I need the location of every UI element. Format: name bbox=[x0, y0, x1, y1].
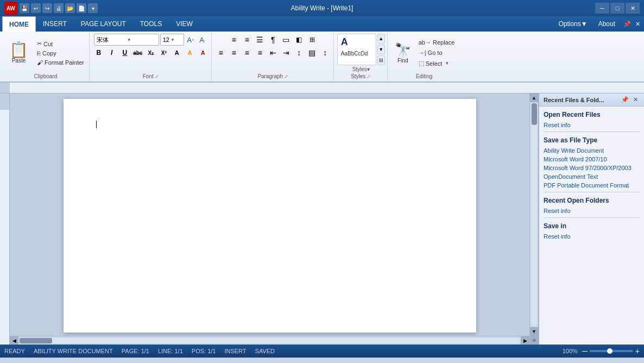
panel-close[interactable]: ✕ bbox=[634, 21, 642, 28]
status-page-info: PAGE: 1/1 bbox=[122, 348, 149, 354]
paste-button[interactable]: 📋 Paste bbox=[4, 40, 33, 66]
qa-customize[interactable]: ▾ bbox=[88, 3, 98, 13]
qa-new[interactable]: 📄 bbox=[77, 3, 86, 13]
vertical-scrollbar[interactable]: ▲ ▼ ⊹ bbox=[529, 93, 538, 345]
cut-icon: ✂ bbox=[37, 40, 42, 47]
document-scroll[interactable] bbox=[10, 93, 529, 336]
align-center-button[interactable]: ≡ bbox=[228, 47, 240, 59]
options-button[interactable]: Options▼ bbox=[554, 20, 591, 28]
recent-folders-reset[interactable]: Reset info bbox=[544, 208, 640, 214]
ruler-container: // Will be rendered via inline approach bbox=[0, 83, 644, 93]
minimize-button[interactable]: ─ bbox=[595, 3, 609, 14]
h-scroll-thumb[interactable] bbox=[20, 338, 52, 343]
status-bar: READY ABILITY WRITE DOCUMENT PAGE: 1/1 L… bbox=[0, 345, 644, 358]
v-scroll-thumb[interactable] bbox=[532, 103, 537, 125]
qa-save[interactable]: 💾 bbox=[20, 3, 29, 13]
status-ready: READY bbox=[4, 348, 25, 354]
panel-pin-button[interactable]: 📌 bbox=[620, 96, 630, 104]
panel-close-button[interactable]: ✕ bbox=[632, 96, 640, 104]
cut-button[interactable]: ✂ Cut bbox=[34, 39, 87, 48]
font-size-arrow: ▼ bbox=[171, 37, 175, 42]
save-as-option-3[interactable]: OpenDocument Text bbox=[544, 173, 640, 180]
qa-print[interactable]: 🖨 bbox=[54, 3, 64, 13]
panel-pin[interactable]: 📌 bbox=[622, 21, 633, 28]
goto-button[interactable]: →| Go to bbox=[416, 48, 458, 58]
close-button[interactable]: ✕ bbox=[626, 3, 640, 14]
save-as-option-1[interactable]: Microsoft Word 2007/10 bbox=[544, 156, 640, 162]
increase-indent-button[interactable]: ⇥ bbox=[280, 47, 292, 59]
multi-level-list-button[interactable]: ☰ bbox=[254, 34, 266, 46]
underline-button[interactable]: U bbox=[119, 47, 131, 59]
format-painter-button[interactable]: 🖌 Format Painter bbox=[34, 58, 87, 67]
replace-button[interactable]: ab→ Replace bbox=[416, 37, 458, 47]
maximize-button[interactable]: □ bbox=[610, 3, 624, 14]
save-as-option-2[interactable]: Microsoft Word 97/2000/XP/2003 bbox=[544, 165, 640, 171]
align-left-button[interactable]: ≡ bbox=[215, 47, 227, 59]
scroll-down-button[interactable]: ▼ bbox=[530, 327, 539, 336]
scroll-left-button[interactable]: ◀ bbox=[10, 336, 18, 345]
styles-expand-button[interactable]: ⊟ bbox=[377, 55, 385, 65]
document-page[interactable] bbox=[64, 99, 476, 333]
copy-button[interactable]: ⎘ Copy bbox=[34, 49, 87, 58]
font-grow-button[interactable]: A+ bbox=[185, 34, 196, 45]
line-spacing-button[interactable]: ↕ bbox=[293, 47, 305, 59]
zoom-slider[interactable] bbox=[590, 350, 633, 352]
h-scroll-track bbox=[20, 338, 520, 343]
styles-preview-box[interactable]: A AaBbCcDd bbox=[337, 34, 376, 65]
replace-icon: ab→ bbox=[419, 39, 431, 46]
bullets-button[interactable]: ≡ bbox=[228, 34, 240, 46]
font-name-selector[interactable]: 宋体 ▼ bbox=[94, 34, 159, 46]
italic-button[interactable]: I bbox=[106, 47, 118, 59]
styles-down-button[interactable]: ▼ bbox=[377, 45, 385, 54]
panel-content: Open Recent Files Reset info Save as Fil… bbox=[539, 107, 644, 345]
strikethrough-button[interactable]: abc bbox=[132, 47, 144, 59]
qa-open[interactable]: 📂 bbox=[65, 3, 75, 13]
text-frame-button[interactable]: ▭ bbox=[280, 34, 292, 46]
qa-undo[interactable]: ↩ bbox=[31, 3, 41, 13]
font-shrink-button[interactable]: A- bbox=[197, 34, 208, 45]
subscript-button[interactable]: X₂ bbox=[145, 47, 157, 59]
styles-up-button[interactable]: ▲ bbox=[377, 34, 385, 43]
menu-insert[interactable]: INSERT bbox=[36, 16, 74, 32]
styles-label: Styles▾ bbox=[352, 66, 370, 72]
border-button[interactable]: ⊞ bbox=[306, 34, 318, 46]
styles-expand-icon[interactable]: ⤢ bbox=[367, 74, 371, 79]
sort-button[interactable]: ↕ bbox=[319, 47, 331, 59]
paragraph-expand-icon[interactable]: ⤢ bbox=[284, 74, 288, 79]
font-expand-icon[interactable]: ⤢ bbox=[155, 74, 159, 79]
decrease-indent-button[interactable]: ⇤ bbox=[267, 47, 279, 59]
justify-button[interactable]: ≡ bbox=[254, 47, 266, 59]
font-size-selector[interactable]: 12 ▼ bbox=[160, 34, 184, 46]
shading-button[interactable]: ◧ bbox=[293, 34, 305, 46]
zoom-out-button[interactable]: ─ bbox=[582, 347, 588, 355]
menu-home[interactable]: HOME bbox=[2, 16, 36, 32]
columns-button[interactable]: ▤ bbox=[306, 47, 318, 59]
bold-button[interactable]: B bbox=[93, 47, 105, 59]
about-button[interactable]: About bbox=[594, 20, 620, 28]
save-as-option-0[interactable]: Ability Write Document bbox=[544, 147, 640, 154]
menu-tools[interactable]: TOOLS bbox=[133, 16, 169, 32]
horizontal-scrollbar[interactable]: ◀ ▶ bbox=[10, 336, 529, 345]
ribbon: 📋 Paste ✂ Cut ⎘ Copy 🖌 Format Painter C bbox=[0, 32, 644, 83]
scroll-right-button[interactable]: ▶ bbox=[521, 336, 529, 345]
text-effects-button[interactable]: A bbox=[171, 47, 183, 59]
main-area: ◀ ▶ ▲ ▼ ⊹ Recent Files & Fold... 📌 ✕ Ope… bbox=[0, 93, 644, 345]
open-recent-reset[interactable]: Reset info bbox=[544, 122, 640, 128]
select-button[interactable]: ⬚ Select ▼ bbox=[416, 58, 458, 68]
zoom-in-button[interactable]: + bbox=[635, 347, 640, 355]
save-in-reset[interactable]: Reset info bbox=[544, 233, 640, 240]
superscript-button[interactable]: X² bbox=[158, 47, 170, 59]
scroll-up-button[interactable]: ▲ bbox=[530, 93, 539, 102]
show-formatting-button[interactable]: ¶ bbox=[267, 34, 279, 46]
font-color-button[interactable]: A bbox=[197, 47, 209, 59]
menu-page-layout[interactable]: PAGE LAYOUT bbox=[74, 16, 133, 32]
zoom-thumb[interactable] bbox=[607, 348, 613, 354]
find-button[interactable]: 🔭 Find bbox=[391, 40, 415, 66]
scroll-resize-corner[interactable]: ⊹ bbox=[530, 336, 539, 345]
menu-view[interactable]: VIEW bbox=[169, 16, 200, 32]
highlight-button[interactable]: A bbox=[184, 47, 196, 59]
align-right-button[interactable]: ≡ bbox=[241, 47, 253, 59]
save-as-option-4[interactable]: PDF Portable Document Format bbox=[544, 182, 640, 189]
qa-redo[interactable]: ↪ bbox=[42, 3, 52, 13]
numbering-button[interactable]: ≡ bbox=[241, 34, 253, 46]
